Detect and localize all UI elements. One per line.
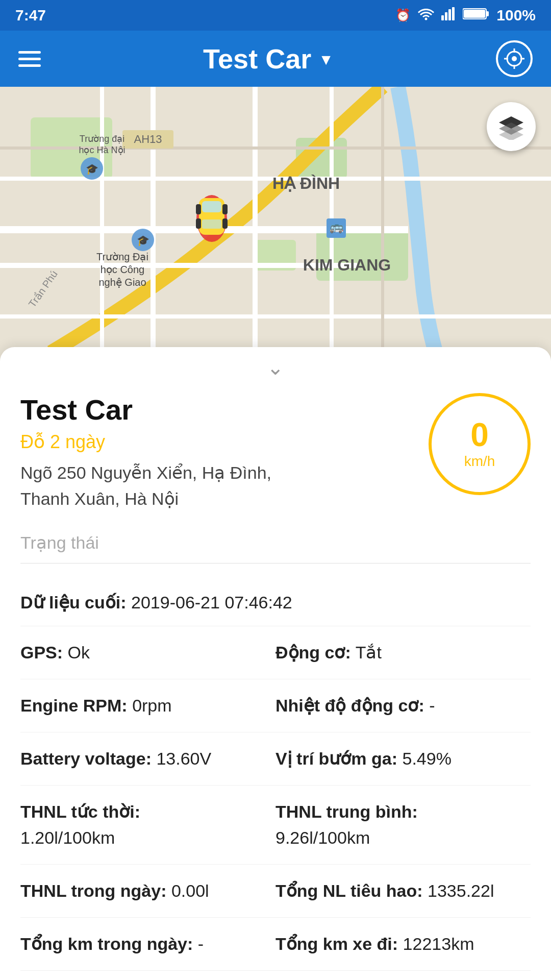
car-marker: [194, 189, 230, 245]
engine-temp-value: -: [429, 696, 435, 715]
throttle-label: Vị trí bướm ga:: [276, 749, 397, 768]
km-total-value: 12213km: [403, 934, 474, 953]
svg-text:KIM GIANG: KIM GIANG: [303, 256, 391, 274]
svg-text:🎓: 🎓: [86, 163, 98, 175]
rpm-temp-row: Engine RPM: 0rpm Nhiệt độ động cơ: -: [20, 679, 531, 732]
fuel-day-total-row: THNL trong ngày: 0.00l Tổng NL tiêu hao:…: [20, 865, 531, 918]
km-day-value: -: [198, 934, 204, 953]
alarm-icon: ⏰: [395, 8, 411, 22]
km-day-total-row: Tổng km trong ngày: - Tổng km xe đi: 122…: [20, 918, 531, 971]
rpm-label: Engine RPM:: [20, 696, 128, 715]
km-day-cell: Tổng km trong ngày: -: [20, 931, 276, 957]
data-grid: Dữ liệu cuối: 2019-06-21 07:46:42 GPS: O…: [20, 579, 531, 971]
gps-value: Ok: [68, 643, 90, 662]
svg-text:học Công: học Công: [101, 264, 145, 275]
svg-text:🚌: 🚌: [330, 220, 344, 234]
throttle-value: 5.49%: [402, 749, 451, 768]
fuel-day-label: THNL trong ngày:: [20, 881, 166, 900]
svg-text:🎓: 🎓: [137, 234, 149, 247]
status-bar: 7:47 ⏰ 100%: [0, 0, 551, 31]
svg-point-0: [425, 18, 428, 20]
svg-rect-3: [448, 9, 451, 20]
menu-button[interactable]: [18, 51, 41, 67]
engine-value: Tắt: [356, 643, 382, 662]
fuel-day-cell: THNL trong ngày: 0.00l: [20, 878, 276, 904]
map-layers-button[interactable]: [487, 102, 536, 151]
battery-icon: [463, 7, 489, 24]
wifi-icon: [418, 7, 434, 23]
vehicle-info: Test Car Đỗ 2 ngày Ngõ 250 Nguyễn Xiển, …: [20, 393, 413, 512]
throttle-cell: Vị trí bướm ga: 5.49%: [276, 746, 531, 772]
svg-text:HẠ ĐÌNH: HẠ ĐÌNH: [272, 174, 340, 192]
engine-temp-cell: Nhiệt độ động cơ: -: [276, 693, 531, 719]
svg-rect-6: [464, 10, 485, 18]
status-section: Trạng thái: [20, 522, 531, 564]
km-total-label: Tổng km xe đi:: [276, 934, 398, 953]
svg-rect-2: [445, 12, 447, 20]
fuel-total-cell: Tổng NL tiêu hao: 1335.22l: [276, 878, 531, 904]
battery-throttle-row: Battery voltage: 13.60V Vị trí bướm ga: …: [20, 732, 531, 786]
last-data-value: 2019-06-21 07:46:42: [131, 593, 292, 612]
svg-rect-7: [486, 11, 489, 16]
speed-value: 0: [470, 419, 489, 451]
svg-rect-50: [222, 204, 228, 214]
last-data-row: Dữ liệu cuối: 2019-06-21 07:46:42: [20, 579, 531, 626]
map-view[interactable]: AH13 HẠ ĐÌNH KIM GIANG Trần Phú 🎓 Trường…: [0, 87, 551, 362]
svg-rect-4: [452, 7, 455, 20]
speed-gauge: 0 km/h: [429, 393, 531, 495]
battery-percent: 100%: [496, 7, 536, 24]
fuel-instant-label: THNL tức thời:: [20, 802, 140, 821]
svg-text:AH13: AH13: [134, 133, 162, 145]
svg-rect-51: [196, 218, 201, 229]
location-button[interactable]: [496, 40, 533, 77]
svg-rect-52: [222, 218, 228, 229]
svg-text:Trường Đại: Trường Đại: [96, 251, 148, 262]
km-total-cell: Tổng km xe đi: 12213km: [276, 931, 531, 957]
engine-cell: Động cơ: Tắt: [276, 640, 531, 666]
fuel-instant-cell: THNL tức thời: 1.20l/100km: [20, 799, 276, 851]
gps-cell: GPS: Ok: [20, 640, 276, 666]
fuel-avg-value: 9.26l/100km: [276, 828, 370, 847]
svg-rect-49: [196, 204, 201, 214]
svg-rect-1: [441, 15, 444, 20]
dropdown-arrow-icon: ▼: [318, 51, 334, 68]
fuel-instant-avg-row: THNL tức thời: 1.20l/100km THNL trung bì…: [20, 786, 531, 865]
fuel-avg-cell: THNL trung bình: 9.26l/100km: [276, 799, 531, 851]
gps-label: GPS:: [20, 643, 63, 662]
fuel-day-value: 0.00l: [171, 881, 209, 900]
gps-engine-row: GPS: Ok Động cơ: Tắt: [20, 626, 531, 679]
app-title-container[interactable]: Test Car ▼: [203, 43, 334, 75]
battery-value: 13.60V: [156, 749, 211, 768]
svg-text:nghệ Giao: nghệ Giao: [98, 277, 146, 288]
vehicle-address: Ngõ 250 Nguyễn Xiển, Hạ Đình, Thanh Xuân…: [20, 460, 306, 512]
rpm-value: 0rpm: [132, 696, 171, 715]
rpm-cell: Engine RPM: 0rpm: [20, 693, 276, 719]
fuel-total-label: Tổng NL tiêu hao:: [276, 881, 423, 900]
battery-label: Battery voltage:: [20, 749, 152, 768]
status-label-text: Trạng thái: [20, 533, 99, 552]
battery-cell: Battery voltage: 13.60V: [20, 746, 276, 772]
status-icons: ⏰ 100%: [395, 7, 536, 24]
svg-rect-47: [202, 201, 221, 212]
km-day-label: Tổng km trong ngày:: [20, 934, 193, 953]
last-data-label: Dữ liệu cuối:: [20, 593, 127, 612]
engine-temp-label: Nhiệt độ động cơ:: [276, 696, 424, 715]
signal-icon: [441, 7, 456, 23]
app-title: Test Car: [203, 43, 311, 75]
vehicle-status: Đỗ 2 ngày: [20, 431, 413, 453]
vehicle-name: Test Car: [20, 393, 413, 426]
app-bar: Test Car ▼: [0, 31, 551, 87]
speed-unit: km/h: [464, 453, 495, 470]
vehicle-header: Test Car Đỗ 2 ngày Ngõ 250 Nguyễn Xiển, …: [20, 393, 531, 512]
svg-text:học Hà Nội: học Hà Nội: [79, 145, 125, 155]
svg-point-9: [512, 56, 517, 61]
svg-rect-48: [202, 219, 221, 229]
svg-text:Trường đại: Trường đại: [80, 134, 124, 144]
status-time: 7:47: [15, 7, 46, 24]
engine-label: Động cơ:: [276, 643, 351, 662]
fuel-avg-label: THNL trung bình:: [276, 802, 418, 821]
bottom-sheet: ⌄ Test Car Đỗ 2 ngày Ngõ 250 Nguyễn Xiển…: [0, 347, 551, 980]
fuel-total-value: 1335.22l: [428, 881, 494, 900]
fuel-instant-value: 1.20l/100km: [20, 828, 115, 847]
sheet-handle[interactable]: ⌄: [20, 357, 531, 378]
